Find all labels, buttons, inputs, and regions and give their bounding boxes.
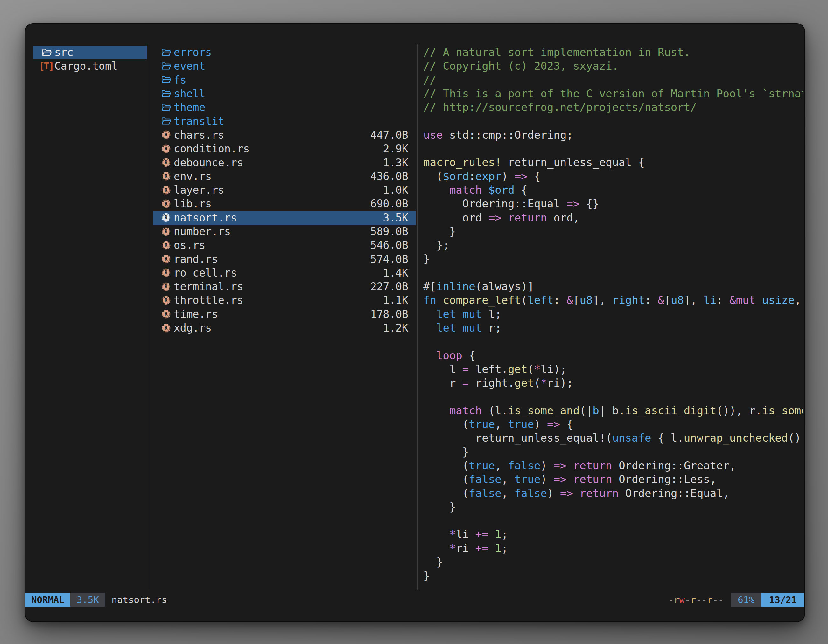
file-name: event xyxy=(174,60,205,72)
file-row-chars.rs[interactable]: Rchars.rs447.0B xyxy=(153,128,416,142)
file-row-throttle.rs[interactable]: Rthrottle.rs1.1K xyxy=(153,293,416,307)
code-line: } xyxy=(423,225,803,238)
file-row-Cargo.toml[interactable]: [T]Cargo.toml xyxy=(33,59,147,73)
file-row-xdg.rs[interactable]: Rxdg.rs1.2K xyxy=(153,321,416,335)
file-row-time.rs[interactable]: Rtime.rs178.0B xyxy=(153,307,416,321)
code-line: r = right.get(*ri); xyxy=(423,376,803,390)
file-size: 178.0B xyxy=(370,308,408,320)
perm-char: - xyxy=(668,594,674,605)
file-row-event[interactable]: event xyxy=(153,59,416,73)
code-line: match $ord { xyxy=(423,183,803,197)
code-line: loop { xyxy=(423,349,803,362)
file-name: theme xyxy=(174,101,205,114)
file-row-os.rs[interactable]: Ros.rs546.0B xyxy=(153,238,416,252)
code-line: // xyxy=(423,73,803,87)
file-name: rand.rs xyxy=(174,253,218,265)
code-line: // This is a port of the C version of Ma… xyxy=(423,87,803,100)
file-row-number.rs[interactable]: Rnumber.rs589.0B xyxy=(153,225,416,238)
code-line: // Copyright (c) 2023, sxyazi. xyxy=(423,59,803,73)
preview-pane: // A natural sort implementation in Rust… xyxy=(418,45,803,590)
rust-icon: R xyxy=(161,199,171,209)
file-size: 574.0B xyxy=(370,253,408,265)
file-name: layer.rs xyxy=(174,184,224,196)
code-line: Ordering::Equal => {} xyxy=(423,197,803,211)
code-line xyxy=(423,390,803,403)
file-row-env.rs[interactable]: Renv.rs436.0B xyxy=(153,169,416,183)
file-row-shell[interactable]: shell xyxy=(153,87,416,100)
file-row-debounce.rs[interactable]: Rdebounce.rs1.3K xyxy=(153,155,416,169)
code-line: fn compare_left(left: &[u8], right: &[u8… xyxy=(423,293,803,307)
code-line: let mut l; xyxy=(423,307,803,321)
code-line xyxy=(423,266,803,280)
file-name: ro_cell.rs xyxy=(174,266,237,279)
folder-icon xyxy=(161,47,171,58)
code-line: match (l.is_some_and(|b| b.is_ascii_digi… xyxy=(423,404,803,417)
file-size: 1.0K xyxy=(383,184,408,196)
rust-icon: R xyxy=(161,240,171,251)
code-line: } xyxy=(423,555,803,569)
svg-text:R: R xyxy=(165,256,168,262)
file-row-translit[interactable]: translit xyxy=(153,114,416,128)
svg-text:R: R xyxy=(165,146,168,152)
file-row-condition.rs[interactable]: Rcondition.rs2.9K xyxy=(153,142,416,155)
code-line: } xyxy=(423,569,803,583)
code-line: let mut r; xyxy=(423,321,803,335)
code-line: *ri += 1; xyxy=(423,542,803,555)
rust-icon: R xyxy=(161,185,171,196)
perm-char: r xyxy=(690,594,696,605)
svg-text:R: R xyxy=(165,132,168,138)
file-row-ro_cell.rs[interactable]: Rro_cell.rs1.4K xyxy=(153,266,416,280)
folder-icon xyxy=(161,61,171,72)
rust-icon: R xyxy=(161,281,171,292)
svg-text:R: R xyxy=(165,298,168,303)
perm-char: r xyxy=(707,594,712,605)
file-row-rand.rs[interactable]: Rrand.rs574.0B xyxy=(153,252,416,266)
current-pane: errorseventfsshellthemetranslitRchars.rs… xyxy=(153,45,416,335)
folder-icon xyxy=(41,47,52,58)
file-name: errors xyxy=(174,46,212,58)
rust-icon: R xyxy=(161,171,171,182)
yazi-window: src[T]Cargo.toml errorseventfsshelltheme… xyxy=(25,23,805,622)
file-name: time.rs xyxy=(174,308,218,320)
code-line: *li += 1; xyxy=(423,528,803,541)
code-line xyxy=(423,514,803,528)
pane-divider xyxy=(149,44,150,589)
file-row-errors[interactable]: errors xyxy=(153,45,416,59)
code-line: (true, false) => return Ordering::Greate… xyxy=(423,459,803,473)
code-line: (false, false) => return Ordering::Equal… xyxy=(423,486,803,500)
file-size: 546.0B xyxy=(370,239,408,251)
file-row-layer.rs[interactable]: Rlayer.rs1.0K xyxy=(153,183,416,197)
code-line xyxy=(423,335,803,348)
file-row-src[interactable]: src xyxy=(33,45,147,59)
code-line: // A natural sort implementation in Rust… xyxy=(423,45,803,59)
cursor-position-badge: 13/21 xyxy=(762,593,804,607)
file-name: shell xyxy=(174,88,205,100)
svg-text:R: R xyxy=(165,174,168,179)
rust-icon: R xyxy=(161,323,171,334)
file-name: Cargo.toml xyxy=(55,60,118,72)
file-size: 1.1K xyxy=(383,294,408,306)
file-name: natsort.rs xyxy=(174,212,237,224)
file-row-fs[interactable]: fs xyxy=(153,73,416,87)
rust-icon: R xyxy=(161,226,171,237)
code-line: use std::cmp::Ordering; xyxy=(423,128,803,142)
file-row-terminal.rs[interactable]: Rterminal.rs227.0B xyxy=(153,280,416,293)
file-name: env.rs xyxy=(174,170,212,183)
rust-icon: R xyxy=(161,157,171,168)
perm-char: - xyxy=(718,594,724,605)
rust-icon: R xyxy=(161,212,171,223)
toml-icon: [T] xyxy=(41,61,52,72)
folder-icon xyxy=(161,102,171,113)
status-bar: NORMAL 3.5K natsort.rs -rw-r--r-- 61% 13… xyxy=(25,593,804,607)
file-row-theme[interactable]: theme xyxy=(153,100,416,114)
rust-icon: R xyxy=(161,309,171,320)
rust-icon: R xyxy=(161,267,171,278)
file-row-natsort.rs[interactable]: Rnatsort.rs3.5K xyxy=(153,211,416,225)
svg-text:R: R xyxy=(165,160,168,166)
status-filename: natsort.rs xyxy=(112,593,168,607)
file-size-badge: 3.5K xyxy=(70,593,105,607)
file-row-lib.rs[interactable]: Rlib.rs690.0B xyxy=(153,197,416,211)
file-name: os.rs xyxy=(174,239,205,251)
file-size: 3.5K xyxy=(383,212,408,224)
file-size: 2.9K xyxy=(383,143,408,155)
